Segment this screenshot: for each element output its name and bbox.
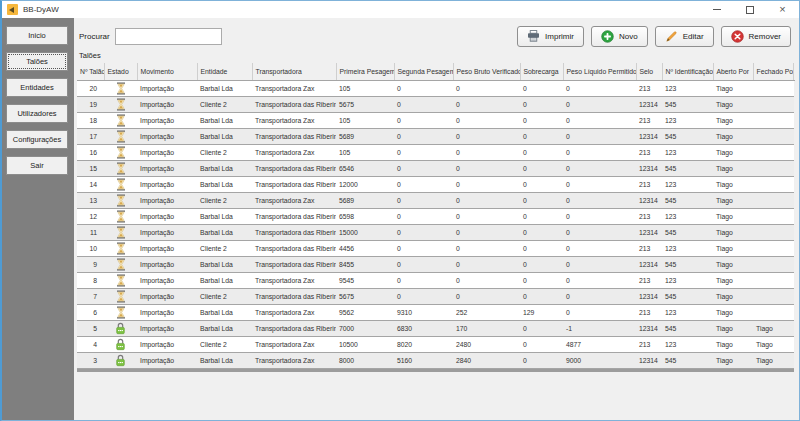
- cell-aberto_por[interactable]: Tiago: [713, 320, 753, 336]
- sidebar-item-utilizadores[interactable]: Utilizadores: [6, 104, 68, 123]
- cell-transportadora[interactable]: Transportadora das Riberiras Lda.: [252, 160, 336, 176]
- cell-n_identificacao[interactable]: 123: [662, 112, 713, 128]
- cell-peso_liquido_permitido[interactable]: 0: [563, 128, 636, 144]
- cell-aberto_por[interactable]: Tiago: [713, 144, 753, 160]
- novo-button[interactable]: Novo: [591, 26, 648, 47]
- cell-estado[interactable]: [104, 96, 137, 112]
- cell-sobrecarga[interactable]: 0: [520, 144, 563, 160]
- cell-primeira_pesagem[interactable]: 12000: [336, 176, 394, 192]
- cell-peso_bruto_verificado[interactable]: 0: [453, 112, 520, 128]
- cell-aberto_por[interactable]: Tiago: [713, 176, 753, 192]
- cell-sobrecarga[interactable]: 0: [520, 160, 563, 176]
- imprimir-button[interactable]: Imprimir: [517, 26, 584, 47]
- cell-peso_liquido_permitido[interactable]: 0: [563, 112, 636, 128]
- sidebar-item-taloes[interactable]: Talões: [6, 52, 68, 71]
- cell-transportadora[interactable]: Transportadora das Riberiras Lda.: [252, 288, 336, 304]
- cell-n_identificacao[interactable]: 545: [662, 96, 713, 112]
- cell-movimento[interactable]: Importação: [137, 304, 197, 320]
- table-row[interactable]: 5ImportaçãoBarbal LdaTransportadora das …: [77, 320, 794, 336]
- cell-estado[interactable]: [104, 160, 137, 176]
- cell-movimento[interactable]: Importação: [137, 96, 197, 112]
- cell-primeira_pesagem[interactable]: 6546: [336, 160, 394, 176]
- cell-talao[interactable]: 6: [77, 304, 104, 320]
- cell-talao[interactable]: 4: [77, 336, 104, 352]
- cell-estado[interactable]: [104, 176, 137, 192]
- cell-entidade[interactable]: Cliente 2: [197, 336, 252, 352]
- sidebar-item-inicio[interactable]: Inicio: [6, 26, 68, 45]
- cell-estado[interactable]: [104, 256, 137, 272]
- cell-n_identificacao[interactable]: 545: [662, 288, 713, 304]
- cell-segunda_pesagem[interactable]: 0: [394, 144, 453, 160]
- column-header-peso_liquido_permitido[interactable]: Peso Líquido Permitido: [563, 63, 636, 80]
- cell-movimento[interactable]: Importação: [137, 192, 197, 208]
- cell-segunda_pesagem[interactable]: 0: [394, 128, 453, 144]
- cell-estado[interactable]: [104, 80, 137, 96]
- cell-estado[interactable]: [104, 224, 137, 240]
- cell-peso_liquido_permitido[interactable]: 0: [563, 192, 636, 208]
- cell-sobrecarga[interactable]: 0: [520, 352, 563, 368]
- cell-peso_bruto_verificado[interactable]: 0: [453, 256, 520, 272]
- cell-sobrecarga[interactable]: 0: [520, 192, 563, 208]
- cell-n_identificacao[interactable]: 123: [662, 144, 713, 160]
- cell-peso_bruto_verificado[interactable]: 0: [453, 224, 520, 240]
- cell-estado[interactable]: [104, 320, 137, 336]
- table-row[interactable]: 12ImportaçãoBarbal LdaTransportadora das…: [77, 208, 794, 224]
- cell-selo[interactable]: 213: [636, 272, 662, 288]
- table-row[interactable]: 13ImportaçãoCliente 2Transportadora Zax5…: [77, 192, 794, 208]
- cell-peso_liquido_permitido[interactable]: -1: [563, 320, 636, 336]
- cell-n_identificacao[interactable]: 545: [662, 128, 713, 144]
- cell-entidade[interactable]: Barbal Lda: [197, 256, 252, 272]
- cell-segunda_pesagem[interactable]: 8020: [394, 336, 453, 352]
- cell-primeira_pesagem[interactable]: 4456: [336, 240, 394, 256]
- cell-fechado_por[interactable]: [753, 160, 793, 176]
- cell-segunda_pesagem[interactable]: 6830: [394, 320, 453, 336]
- column-header-selo[interactable]: Selo: [636, 63, 662, 80]
- cell-peso_bruto_verificado[interactable]: 0: [453, 272, 520, 288]
- cell-n_identificacao[interactable]: 545: [662, 224, 713, 240]
- column-header-entidade[interactable]: Entidade: [197, 63, 252, 80]
- cell-selo[interactable]: 213: [636, 304, 662, 320]
- cell-entidade[interactable]: Barbal Lda: [197, 352, 252, 368]
- cell-entidade[interactable]: Barbal Lda: [197, 112, 252, 128]
- cell-primeira_pesagem[interactable]: 15000: [336, 224, 394, 240]
- cell-selo[interactable]: 12314: [636, 128, 662, 144]
- cell-entidade[interactable]: Cliente 2: [197, 192, 252, 208]
- cell-talao[interactable]: 11: [77, 224, 104, 240]
- table-row[interactable]: 18ImportaçãoBarbal LdaTransportadora Zax…: [77, 112, 794, 128]
- cell-aberto_por[interactable]: Tiago: [713, 240, 753, 256]
- cell-entidade[interactable]: Barbal Lda: [197, 176, 252, 192]
- cell-estado[interactable]: [104, 144, 137, 160]
- cell-aberto_por[interactable]: Tiago: [713, 288, 753, 304]
- cell-entidade[interactable]: Cliente 2: [197, 288, 252, 304]
- cell-talao[interactable]: 17: [77, 128, 104, 144]
- cell-selo[interactable]: 12314: [636, 224, 662, 240]
- cell-sobrecarga[interactable]: 0: [520, 336, 563, 352]
- cell-sobrecarga[interactable]: 0: [520, 288, 563, 304]
- cell-primeira_pesagem[interactable]: 10500: [336, 336, 394, 352]
- cell-selo[interactable]: 213: [636, 80, 662, 96]
- cell-sobrecarga[interactable]: 0: [520, 320, 563, 336]
- table-row[interactable]: 8ImportaçãoBarbal LdaTransportadora Zax9…: [77, 272, 794, 288]
- cell-sobrecarga[interactable]: 0: [520, 80, 563, 96]
- cell-peso_liquido_permitido[interactable]: 0: [563, 272, 636, 288]
- cell-primeira_pesagem[interactable]: 7000: [336, 320, 394, 336]
- cell-aberto_por[interactable]: Tiago: [713, 96, 753, 112]
- cell-sobrecarga[interactable]: 0: [520, 240, 563, 256]
- cell-selo[interactable]: 213: [636, 112, 662, 128]
- cell-entidade[interactable]: Barbal Lda: [197, 320, 252, 336]
- cell-selo[interactable]: 12314: [636, 96, 662, 112]
- cell-aberto_por[interactable]: Tiago: [713, 112, 753, 128]
- cell-primeira_pesagem[interactable]: 105: [336, 144, 394, 160]
- cell-movimento[interactable]: Importação: [137, 176, 197, 192]
- cell-fechado_por[interactable]: [753, 96, 793, 112]
- cell-transportadora[interactable]: Transportadora Zax: [252, 352, 336, 368]
- cell-transportadora[interactable]: Transportadora das Riberiras Lda.: [252, 208, 336, 224]
- cell-segunda_pesagem[interactable]: 9310: [394, 304, 453, 320]
- cell-peso_bruto_verificado[interactable]: 2480: [453, 336, 520, 352]
- cell-fechado_por[interactable]: [753, 128, 793, 144]
- cell-aberto_por[interactable]: Tiago: [713, 304, 753, 320]
- cell-estado[interactable]: [104, 208, 137, 224]
- cell-peso_bruto_verificado[interactable]: 0: [453, 80, 520, 96]
- cell-movimento[interactable]: Importação: [137, 80, 197, 96]
- cell-sobrecarga[interactable]: 0: [520, 176, 563, 192]
